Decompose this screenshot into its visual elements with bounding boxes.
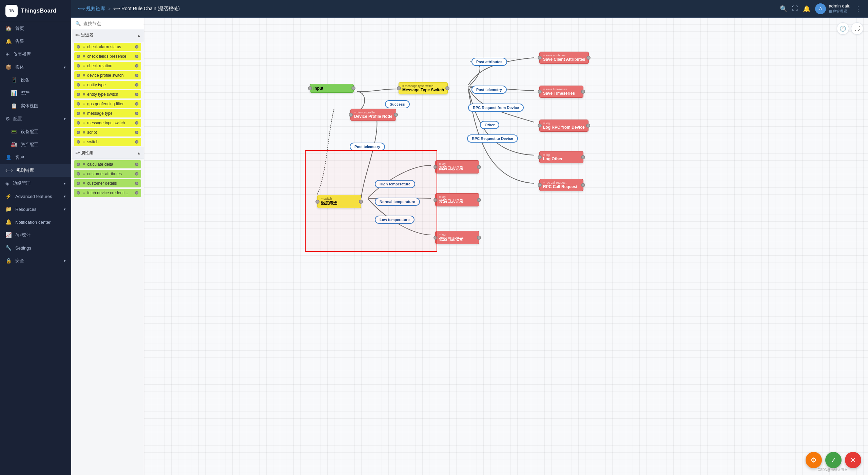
node-handle-left [77, 102, 80, 106]
flow-node-device-profile[interactable]: ≡ device profile Device Profile Node [350, 109, 396, 121]
node-item-entity-type[interactable]: ≡ entity type [74, 81, 141, 89]
canvas-area[interactable]: 🕐 ⛶ Input ≡ message type switch Message … [144, 18, 868, 475]
node-icon: ≡ [83, 44, 85, 49]
flow-node-log-other[interactable]: ≡ log Log Other [539, 151, 583, 163]
flow-label-normal-temp[interactable]: Normal temperature [375, 198, 420, 206]
sidebar-item-api[interactable]: 📈 Api统计 [0, 229, 71, 241]
nav-label-rule-chain: 规则链库 [16, 167, 34, 173]
node-item-script[interactable]: ≡ script [74, 128, 141, 136]
node-section-过滤器[interactable]: ≡+ 过滤器▴ [71, 30, 144, 41]
node-label: entity type switch [87, 92, 133, 97]
section-toggle[interactable]: ▴ [138, 151, 140, 156]
more-icon[interactable]: ⋮ [855, 5, 861, 13]
node-item-gps-geofencing-filter[interactable]: ≡ gps geofencing filter [74, 100, 141, 108]
flow-label-other[interactable]: Other [480, 121, 499, 129]
main-area: ⟺ 规则链库 > ⟺ Root Rule Chain (是否根链) 🔍 ⛶ 🔔 … [71, 0, 868, 475]
sidebar-item-advanced[interactable]: ⚡ Advanced features ▾ [0, 190, 71, 203]
node-handle-left [77, 191, 80, 195]
sidebar-item-resources[interactable]: 📁 Resources ▾ [0, 203, 71, 216]
close-button[interactable]: ✕ [845, 452, 861, 468]
section-toggle[interactable]: ▴ [138, 33, 140, 38]
flow-node-msg-type-switch[interactable]: ≡ message type switch Message Type Switc… [399, 82, 448, 94]
node-handle-left-save-attributes [538, 56, 542, 60]
flow-node-log-rpc-from[interactable]: ≡ log Log RPC from Device [539, 120, 589, 132]
flow-node-save-attributes[interactable]: ≡ save attributes Save Client Attributes [539, 52, 589, 64]
flow-label-post-tel2[interactable]: Post telemetry [350, 143, 385, 151]
search-icon[interactable]: 🔍 [780, 5, 787, 13]
nav-label-entities: 实体 [15, 64, 24, 70]
flow-label-success[interactable]: Success [385, 100, 410, 108]
nav-label-settings: Settings [15, 245, 31, 251]
node-handle-left [77, 74, 80, 77]
expand-btn[interactable]: ⛶ [851, 22, 863, 35]
notifications-icon[interactable]: 🔔 [803, 5, 810, 13]
sidebar-item-entity-view[interactable]: 📋 实体视图 [0, 99, 71, 112]
sidebar-item-assets[interactable]: 📊 资产 [0, 87, 71, 99]
nav-icon-alerts: 🔔 [5, 38, 12, 44]
node-handle-left [77, 182, 80, 185]
flow-label-post-attrs[interactable]: Post attributes [471, 58, 507, 66]
breadcrumb-link[interactable]: ⟺ 规则链库 [78, 6, 105, 12]
node-panel: 🔍 ◀ ≡+ 过滤器▴ ≡ check alarm status ≡ check… [71, 18, 144, 475]
sidebar-item-home[interactable]: 🏠 首页 [0, 22, 71, 35]
flow-node-log-normal[interactable]: ≡ log 常温日志记录 [435, 193, 479, 206]
sidebar-item-entities[interactable]: 📦 实体 ▾ [0, 61, 71, 74]
node-title-rpc-call: ≡ rpc call request [543, 181, 580, 184]
node-item-customer-details[interactable]: ≡ customer details [74, 179, 141, 187]
flow-node-input[interactable]: Input [310, 84, 354, 93]
sidebar-item-security[interactable]: 🔒 安全 ▾ [0, 254, 71, 267]
user-info[interactable]: A admin dalu 租户管理员 [815, 3, 850, 14]
node-item-entity-type-switch[interactable]: ≡ entity type switch [74, 90, 141, 98]
sidebar-item-customers[interactable]: 👤 客户 [0, 151, 71, 164]
sidebar-item-dashboards[interactable]: ⊞ 仪表板库 [0, 48, 71, 61]
flow-node-save-timeseries[interactable]: ≡ save timeseries Save Timeseries [539, 86, 583, 98]
flow-label-post-tel[interactable]: Post telemetry [471, 86, 507, 94]
node-item-switch[interactable]: ≡ switch [74, 138, 141, 146]
settings-button[interactable]: ⚙ [806, 452, 822, 468]
fullscreen-icon[interactable]: ⛶ [792, 5, 798, 12]
node-item-fetch-device-credenti...[interactable]: ≡ fetch device credenti... [74, 189, 141, 197]
sidebar-item-device-config[interactable]: 📟 设备配置 [0, 125, 71, 138]
node-item-message-type[interactable]: ≡ message type [74, 109, 141, 117]
sidebar-item-settings[interactable]: 🔧 Settings [0, 241, 71, 254]
node-section-属性集[interactable]: ≡+ 属性集▴ [71, 147, 144, 159]
node-item-check-relation[interactable]: ≡ check relation [74, 62, 141, 70]
history-btn[interactable]: 🕐 [837, 22, 849, 35]
node-item-customer-attributes[interactable]: ≡ customer attributes [74, 170, 141, 178]
sidebar-item-asset-config[interactable]: 🏭 资产配置 [0, 138, 71, 151]
nav-icon-edge-mgmt: ◈ [5, 180, 9, 186]
flow-node-log-high[interactable]: ≡ log 高温日志记录 [435, 160, 479, 173]
node-handle-right [135, 112, 138, 115]
flow-label-rpc-from[interactable]: RPC Request from Device [468, 104, 524, 112]
node-handle-right [135, 74, 138, 77]
flow-node-switch-node[interactable]: ≡ switch 温度筛选 [317, 195, 361, 208]
nav-label-asset-config: 资产配置 [21, 142, 38, 148]
nav-label-dashboards: 仪表板库 [13, 51, 31, 57]
flow-label-low-temp[interactable]: Low temperature [375, 216, 414, 224]
sidebar-item-notification[interactable]: 🔔 Notification center [0, 216, 71, 229]
node-handle-right [135, 93, 138, 96]
node-item-calculate-delta[interactable]: ≡ calculate delta [74, 160, 141, 168]
node-item-check-alarm-status[interactable]: ≡ check alarm status [74, 43, 141, 51]
flow-label-high-temp[interactable]: High temperature [375, 180, 415, 188]
node-label: script [87, 130, 133, 135]
sidebar-header: TB ThingsBoard [0, 0, 71, 22]
node-item-message-type-switch[interactable]: ≡ message type switch [74, 119, 141, 127]
nav-items: 🏠 首页 🔔 告警 ⊞ 仪表板库 📦 实体 ▾ 📱 设备 📊 资产 📋 实体视图… [0, 22, 71, 267]
sidebar-item-edge-mgmt[interactable]: ◈ 边缘管理 ▾ [0, 177, 71, 190]
confirm-button[interactable]: ✓ [825, 452, 842, 468]
flow-node-log-low[interactable]: ≡ log 低温日志记录 [435, 231, 479, 244]
node-item-device-profile-switch[interactable]: ≡ device profile switch [74, 71, 141, 79]
flow-label-rpc-to[interactable]: RPC Request to Device [467, 134, 518, 143]
sidebar-item-rule-chain[interactable]: ⟺ 规则链库 [0, 164, 71, 177]
sidebar-item-config[interactable]: ⚙ 配置 ▾ [0, 112, 71, 125]
node-handle-right-log-rpc-from [586, 124, 590, 128]
sidebar-item-alerts[interactable]: 🔔 告警 [0, 35, 71, 48]
node-handle-right-device-profile [394, 113, 398, 117]
node-item-check-fields-presence[interactable]: ≡ check fields presence [74, 52, 141, 60]
user-details: admin dalu 租户管理员 [829, 3, 850, 14]
flow-node-rpc-call[interactable]: ≡ rpc call request RPC Call Request [539, 179, 583, 191]
search-input[interactable] [83, 21, 140, 26]
node-name-save-timeseries: Save Timeseries [543, 91, 580, 96]
sidebar-item-devices[interactable]: 📱 设备 [0, 74, 71, 87]
